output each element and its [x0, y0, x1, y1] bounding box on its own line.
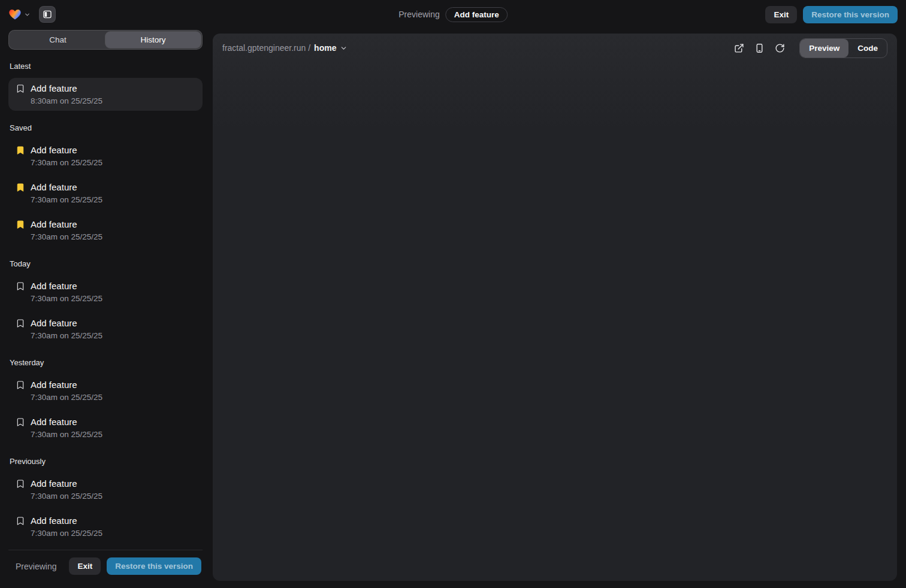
history-item-title: Add feature: [31, 182, 77, 192]
history-item[interactable]: Add feature 7:30am on 25/25/25: [8, 411, 203, 444]
sidebar-footer: Previewing Exit Restore this version: [8, 550, 203, 581]
section-label: Yesterday: [10, 358, 201, 367]
tab-preview[interactable]: Preview: [800, 39, 848, 57]
history-item[interactable]: Add feature 8:30am on 25/25/25: [8, 78, 203, 111]
version-history-list: Latest Add feature 8:30am on 25/25/25 Sa…: [8, 50, 203, 550]
preview-header: fractal.gptengineer.run / home: [213, 34, 897, 62]
history-item-title: Add feature: [31, 516, 77, 526]
mobile-view-button[interactable]: [750, 39, 768, 57]
history-section: Today Add feature 7:30am on 25/25/25 Add…: [8, 259, 203, 345]
tab-history[interactable]: History: [105, 32, 201, 48]
history-item[interactable]: Add feature 7:30am on 25/25/25: [8, 177, 203, 210]
history-item-row: Add feature: [16, 182, 195, 192]
history-item-row: Add feature: [16, 516, 195, 526]
history-item[interactable]: Add feature 7:30am on 25/25/25: [8, 214, 203, 247]
history-item-title: Add feature: [31, 83, 77, 93]
history-item[interactable]: Add feature 7:30am on 25/25/25: [8, 140, 203, 172]
history-item-time: 7:30am on 25/25/25: [31, 529, 195, 538]
restore-version-button[interactable]: Restore this version: [803, 6, 898, 23]
history-item-time: 7:30am on 25/25/25: [31, 195, 195, 204]
preview-body[interactable]: [213, 62, 897, 581]
main-layout: Chat History Latest Add feature 8:30am o…: [0, 29, 906, 588]
history-item[interactable]: Add feature 7:30am on 25/25/25: [8, 510, 203, 543]
history-item-row: Add feature: [16, 83, 195, 93]
history-item-time: 8:30am on 25/25/25: [31, 96, 195, 105]
exit-button[interactable]: Exit: [765, 6, 797, 23]
history-item[interactable]: Add feature 7:30am on 25/25/25: [8, 473, 203, 506]
preview-header-actions: Preview Code: [730, 38, 887, 58]
history-section: Yesterday Add feature 7:30am on 25/25/25…: [8, 358, 203, 444]
version-name-pill[interactable]: Add feature: [446, 7, 508, 22]
history-item-row: Add feature: [16, 417, 195, 427]
bookmark-icon: [16, 479, 25, 489]
bookmark-icon: [16, 183, 25, 192]
tab-chat[interactable]: Chat: [10, 32, 105, 48]
history-item-row: Add feature: [16, 380, 195, 390]
open-external-icon: [734, 43, 744, 53]
previewing-label: Previewing: [398, 10, 439, 19]
history-item-title: Add feature: [31, 417, 77, 427]
section-label: Latest: [10, 62, 201, 71]
history-section: Latest Add feature 8:30am on 25/25/25: [8, 62, 203, 111]
preview-url-selector[interactable]: fractal.gptengineer.run / home: [222, 43, 348, 53]
chevron-down-icon: [24, 11, 31, 18]
history-item-time: 7:30am on 25/25/25: [31, 232, 195, 241]
preview-url-page: home: [314, 43, 336, 53]
bookmark-icon: [16, 380, 25, 390]
app-logo-menu[interactable]: [8, 8, 31, 21]
top-bar: Previewing Add feature Exit Restore this…: [0, 0, 906, 29]
history-item-time: 7:30am on 25/25/25: [31, 393, 195, 402]
section-items: Add feature 7:30am on 25/25/25 Add featu…: [8, 374, 203, 444]
footer-exit-button[interactable]: Exit: [69, 557, 101, 575]
section-label: Saved: [10, 123, 201, 132]
footer-previewing-label: Previewing: [16, 562, 56, 571]
section-label: Previously: [10, 457, 201, 466]
open-external-button[interactable]: [730, 39, 748, 57]
history-section: Saved Add feature 7:30am on 25/25/25 Add…: [8, 123, 203, 247]
history-item-time: 7:30am on 25/25/25: [31, 294, 195, 303]
section-items: Add feature 7:30am on 25/25/25 Add featu…: [8, 275, 203, 345]
toggle-sidebar-button[interactable]: [39, 6, 56, 23]
refresh-button[interactable]: [771, 39, 789, 57]
history-item-time: 7:30am on 25/25/25: [31, 158, 195, 167]
top-bar-right: Exit Restore this version: [765, 6, 898, 23]
top-bar-center: Previewing Add feature: [398, 0, 508, 29]
history-item-row: Add feature: [16, 318, 195, 328]
top-bar-left: [8, 6, 56, 23]
section-items: Add feature 7:30am on 25/25/25 Add featu…: [8, 140, 203, 247]
history-item[interactable]: Add feature 7:30am on 25/25/25: [8, 313, 203, 345]
section-items: Add feature 7:30am on 25/25/25 Add featu…: [8, 473, 203, 543]
tab-code[interactable]: Code: [848, 39, 887, 57]
sidebar-tab-switcher: Chat History: [8, 30, 203, 50]
refresh-icon: [775, 43, 785, 53]
history-item-title: Add feature: [31, 281, 77, 291]
bookmark-icon: [16, 516, 25, 526]
history-item-time: 7:30am on 25/25/25: [31, 331, 195, 340]
history-item-row: Add feature: [16, 219, 195, 229]
section-items: Add feature 8:30am on 25/25/25: [8, 78, 203, 111]
history-item-title: Add feature: [31, 219, 77, 229]
preview-url-prefix: fractal.gptengineer.run /: [222, 43, 310, 53]
bookmark-icon: [16, 417, 25, 427]
section-label: Today: [10, 259, 201, 268]
history-item-time: 7:30am on 25/25/25: [31, 492, 195, 501]
lovable-heart-icon: [8, 8, 22, 21]
bookmark-icon: [16, 146, 25, 155]
mobile-device-icon: [754, 43, 765, 53]
history-section: Previously Add feature 7:30am on 25/25/2…: [8, 457, 203, 543]
history-item-row: Add feature: [16, 145, 195, 155]
history-item-title: Add feature: [31, 380, 77, 390]
bookmark-icon: [16, 319, 25, 328]
bookmark-icon: [16, 84, 25, 93]
bookmark-icon: [16, 281, 25, 291]
preview-pane: fractal.gptengineer.run / home: [213, 34, 897, 581]
history-item[interactable]: Add feature 7:30am on 25/25/25: [8, 275, 203, 308]
history-item-title: Add feature: [31, 478, 77, 489]
history-item[interactable]: Add feature 7:30am on 25/25/25: [8, 374, 203, 407]
history-item-time: 7:30am on 25/25/25: [31, 430, 195, 439]
chevron-down-icon: [340, 44, 348, 52]
preview-code-toggle: Preview Code: [799, 38, 887, 58]
panel-left-icon: [43, 10, 52, 19]
bookmark-icon: [16, 220, 25, 229]
footer-restore-version-button[interactable]: Restore this version: [107, 557, 201, 575]
